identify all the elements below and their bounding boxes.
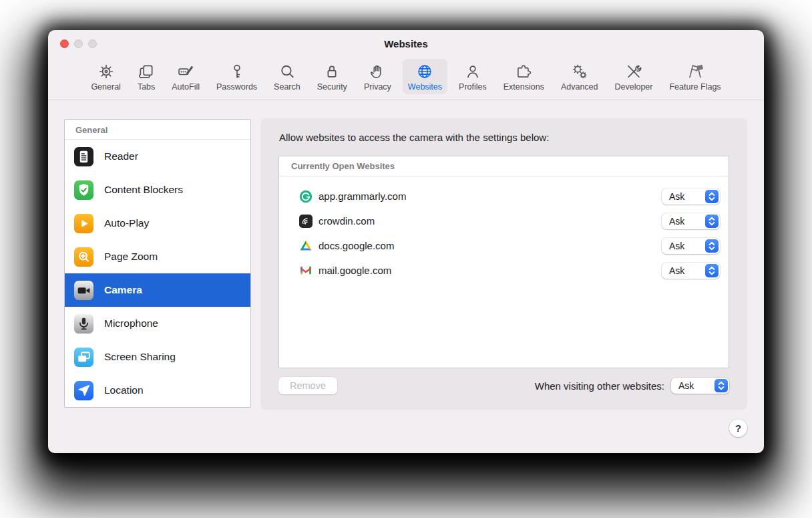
select-value: Ask (662, 241, 684, 251)
tab-extensions[interactable]: Extensions (498, 59, 550, 94)
person-icon (464, 62, 481, 81)
gears-icon (571, 62, 588, 81)
sidebar-item-content-blockers[interactable]: Content Blockers (65, 173, 250, 207)
site-name: app.grammarly.com (319, 190, 406, 202)
tab-label: Extensions (503, 82, 544, 92)
tab-advanced[interactable]: Advanced (556, 59, 604, 94)
video-camera-icon (74, 281, 93, 300)
tabs-icon (138, 62, 155, 81)
site-name: mail.google.com (319, 265, 391, 276)
google-drive-favicon (299, 239, 313, 253)
sidebar-item-label: Reader (104, 150, 138, 162)
tab-privacy[interactable]: Privacy (359, 59, 397, 94)
tab-label: Feature Flags (669, 82, 721, 92)
stepper-icon (715, 379, 728, 392)
select-value: Ask (671, 380, 694, 391)
sidebar-item-microphone[interactable]: Microphone (65, 307, 250, 340)
tab-tabs[interactable]: Tabs (132, 59, 160, 94)
preferences-toolbar: General Tabs AutoFill Passwords Search (48, 58, 764, 100)
microphone-icon (74, 314, 93, 334)
search-icon (278, 62, 296, 81)
sidebar-item-label: Page Zoom (104, 251, 158, 263)
permission-select[interactable]: Ask (662, 188, 720, 205)
select-value: Ask (662, 191, 684, 202)
tab-developer[interactable]: Developer (610, 59, 658, 94)
sidebar-item-label: Location (104, 384, 144, 396)
flags-icon (686, 62, 704, 81)
key-icon (228, 62, 246, 81)
permission-select[interactable]: Ask (662, 263, 720, 279)
table-header: Currently Open Websites (279, 156, 729, 176)
permission-select[interactable]: Ask (662, 213, 720, 229)
tab-search[interactable]: Search (268, 59, 306, 94)
tools-icon (625, 62, 642, 81)
remove-button[interactable]: Remove (278, 377, 337, 394)
gmail-favicon (299, 264, 313, 277)
sidebar-item-screen-sharing[interactable]: Screen Sharing (65, 340, 250, 374)
play-icon (74, 214, 93, 233)
sidebar-item-location[interactable]: Location (65, 374, 250, 407)
stepper-icon (705, 239, 719, 253)
select-value: Ask (662, 265, 684, 276)
permission-select[interactable]: Ask (662, 238, 720, 254)
table-row[interactable]: crowdin.com Ask (279, 209, 729, 233)
panel-heading: Allow websites to access the camera with… (279, 132, 549, 143)
sidebar-item-auto-play[interactable]: Auto-Play (65, 207, 250, 240)
site-name: docs.google.com (319, 240, 394, 251)
stepper-icon (705, 264, 719, 277)
tab-autofill[interactable]: AutoFill (166, 59, 205, 94)
tab-label: Tabs (138, 82, 155, 92)
other-websites-select[interactable]: Ask (671, 378, 729, 394)
shield-check-icon (74, 180, 93, 200)
websites-sidebar: General Reader Content Blockers Auto-Pla… (64, 119, 251, 408)
sidebar-item-label: Content Blockers (104, 184, 183, 196)
table-row[interactable]: docs.google.com Ask (279, 233, 729, 258)
tab-passwords[interactable]: Passwords (211, 59, 262, 94)
select-value: Ask (662, 216, 684, 227)
tab-label: Security (317, 82, 347, 92)
tab-label: Passwords (216, 82, 257, 92)
tab-label: Websites (408, 82, 442, 92)
hand-icon (369, 62, 386, 81)
titlebar: Websites (48, 30, 764, 58)
tab-label: Developer (615, 82, 653, 92)
screens-icon (74, 348, 93, 367)
tab-general[interactable]: General (85, 59, 126, 94)
crowdin-favicon (299, 215, 313, 228)
panel-controls: Remove When visiting other websites: Ask (278, 377, 729, 394)
preferences-window: Websites General Tabs AutoFill Pass (48, 30, 764, 453)
camera-settings-panel: Allow websites to access the camera with… (260, 118, 747, 410)
tab-security[interactable]: Security (312, 59, 353, 94)
site-name: crowdin.com (319, 215, 375, 227)
table-row[interactable]: mail.google.com Ask (279, 258, 729, 283)
sidebar-item-page-zoom[interactable]: Page Zoom (65, 240, 250, 273)
other-websites-label: When visiting other websites: (535, 380, 664, 392)
sidebar-item-label: Microphone (104, 317, 158, 330)
tab-websites[interactable]: Websites (403, 59, 447, 94)
lock-icon (323, 62, 341, 81)
sidebar-item-label: Camera (104, 284, 142, 296)
tab-label: AutoFill (172, 82, 200, 92)
sidebar-item-reader[interactable]: Reader (65, 140, 250, 173)
sidebar-item-camera[interactable]: Camera (65, 273, 250, 307)
tab-profiles[interactable]: Profiles (453, 59, 492, 94)
websites-table: Currently Open Websites app.grammarly.co… (278, 156, 729, 368)
help-button[interactable]: ? (729, 419, 747, 437)
gear-icon (97, 62, 115, 81)
tab-label: General (91, 82, 120, 92)
table-row[interactable]: app.grammarly.com Ask (279, 184, 729, 209)
tab-label: Privacy (364, 82, 391, 92)
grammarly-favicon (299, 190, 313, 203)
globe-icon (416, 62, 433, 81)
sidebar-section-title: General (65, 120, 250, 140)
stepper-icon (705, 215, 719, 228)
location-arrow-icon (74, 381, 93, 400)
sidebar-item-label: Auto-Play (104, 217, 149, 229)
zoom-plus-icon (74, 247, 93, 267)
tab-label: Advanced (561, 82, 598, 92)
puzzle-icon (515, 62, 532, 81)
tab-feature-flags[interactable]: Feature Flags (664, 59, 726, 94)
reader-icon (74, 147, 93, 166)
tab-label: Profiles (459, 82, 487, 92)
sidebar-item-label: Screen Sharing (104, 351, 176, 363)
